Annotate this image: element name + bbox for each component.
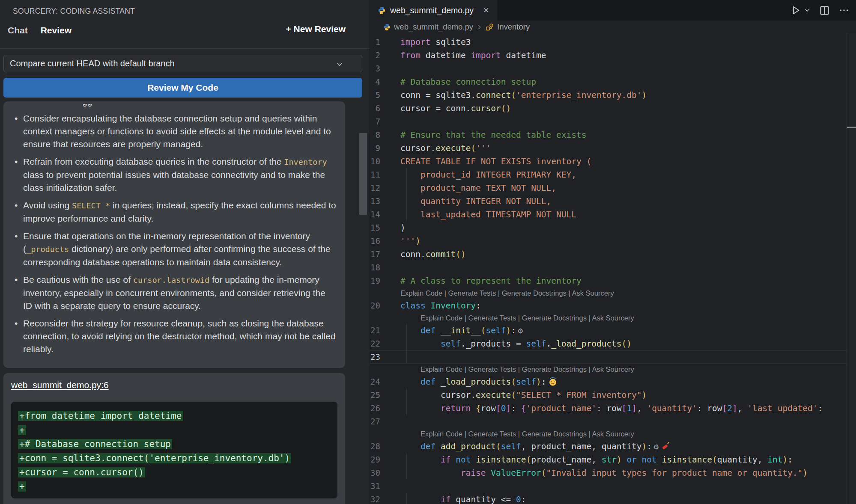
line-number: 1 xyxy=(369,36,400,49)
line-number: 7 xyxy=(369,115,400,128)
line-number: 21 xyxy=(369,324,400,337)
diff-added-line: +# Database connection setup xyxy=(18,437,331,451)
indent-guide xyxy=(406,337,407,350)
review-bullet: Reconsider the strategy for resource cle… xyxy=(14,317,337,356)
breadcrumb: web_summit_demo.py Inventory xyxy=(369,21,856,33)
code-line[interactable]: 29 if not isinstance(product_name, str) … xyxy=(369,453,847,466)
split-editor-icon[interactable] xyxy=(820,6,829,15)
tab-web-summit-demo[interactable]: web_summit_demo.py ✕ xyxy=(369,0,498,21)
line-number: 6 xyxy=(369,102,400,115)
code-line[interactable]: 17conn.commit() xyxy=(369,248,847,261)
more-actions-icon[interactable] xyxy=(839,5,849,15)
diff-added-line: + xyxy=(18,480,331,494)
gear-icon: ⚙ xyxy=(517,327,523,335)
line-number: 10 xyxy=(369,155,400,168)
code-line[interactable]: 9cursor.execute(''' xyxy=(369,142,847,155)
code-line[interactable]: 12 product_name TEXT NOT NULL, xyxy=(369,181,847,195)
line-number: 30 xyxy=(369,466,400,480)
code-line[interactable]: 16''') xyxy=(369,234,847,248)
diff-added-line: +from datetime import datetime xyxy=(18,409,331,423)
editor-scrollbar[interactable] xyxy=(847,33,856,504)
line-number: 20 xyxy=(369,299,400,312)
line-number: 2 xyxy=(369,49,400,62)
code-line[interactable]: 2from datetime import datetime xyxy=(369,49,847,62)
code-lines[interactable]: 1import sqlite32from datetime import dat… xyxy=(369,33,847,504)
codelens-actions[interactable]: Explain Code | Generate Tests | Generate… xyxy=(421,312,847,324)
close-icon[interactable]: ✕ xyxy=(483,6,489,15)
sidebar-scrollbar[interactable] xyxy=(359,133,367,215)
compare-branch-dropdown[interactable]: Compare current HEAD with default branch xyxy=(3,55,362,72)
file-line-link[interactable]: web_summit_demo.py:6 xyxy=(11,380,109,390)
code-line[interactable]: 14 last_updated TIMESTAMP NOT NULL xyxy=(369,208,847,221)
code-line[interactable]: 21 def __init__(self):⚙ xyxy=(369,324,847,337)
code-line[interactable]: 19# A class to represent the inventory xyxy=(369,274,847,288)
tab-review[interactable]: Review xyxy=(41,25,72,36)
tab-chat[interactable]: Chat xyxy=(8,25,28,36)
code-line[interactable]: 11 product_id INTEGER PRIMARY KEY, xyxy=(369,168,847,181)
breadcrumb-file[interactable]: web_summit_demo.py xyxy=(394,22,473,32)
tab-label: web_summit_demo.py xyxy=(390,6,474,15)
code-line[interactable]: 8# Ensure that the needed table exists xyxy=(369,128,847,142)
code-line[interactable]: 3 xyxy=(369,62,847,75)
code-line[interactable]: 30 raise ValueError("Invalid input types… xyxy=(369,466,847,480)
code-line[interactable]: 1import sqlite3 xyxy=(369,36,847,49)
run-icon[interactable] xyxy=(790,5,801,15)
codelens-actions[interactable]: Explain Code | Generate Tests | Generate… xyxy=(421,428,847,440)
code-line[interactable]: 24 def _load_products(self): xyxy=(369,375,847,388)
editor-tab-bar: web_summit_demo.py ✕ xyxy=(369,0,856,21)
line-number: 3 xyxy=(369,62,400,75)
line-number: 14 xyxy=(369,208,400,221)
diff-added-line: +cursor = conn.cursor() xyxy=(18,465,331,480)
code-line[interactable]: 22 self._products = self._load_products(… xyxy=(369,337,847,350)
chevron-down-icon xyxy=(336,61,343,68)
inline-code: _products xyxy=(26,245,69,254)
new-review-button[interactable]: + New Review xyxy=(286,24,346,34)
code-line[interactable]: 15) xyxy=(369,221,847,234)
code-line[interactable]: 13 quantity INTEGER NOT NULL, xyxy=(369,195,847,208)
sidebar-divider xyxy=(0,48,369,49)
line-number: 9 xyxy=(369,142,400,155)
indent-guide xyxy=(406,402,407,415)
code-line[interactable]: 4# Database connection setup xyxy=(369,75,847,89)
review-bullet: Consider encapsulating the database conn… xyxy=(14,112,337,151)
codelens-actions[interactable]: Explain Code | Generate Tests | Generate… xyxy=(400,288,847,299)
diff-added-line: + xyxy=(18,423,331,437)
diff-card: web_summit_demo.py:6 +from datetime impo… xyxy=(3,373,345,504)
line-number: 15 xyxy=(369,221,400,234)
line-number: 27 xyxy=(369,415,400,428)
code-line[interactable]: 20class Inventory: xyxy=(369,299,847,312)
line-number: 31 xyxy=(369,480,400,493)
run-dropdown-chevron-icon[interactable] xyxy=(804,7,810,13)
code-line[interactable]: 5conn = sqlite3.connect('enterprise_inve… xyxy=(369,89,847,102)
breadcrumb-symbol[interactable]: Inventory xyxy=(497,22,530,32)
inline-code: cursor.lastrowid xyxy=(133,276,209,285)
line-number: 16 xyxy=(369,234,400,248)
inline-code: SELECT * xyxy=(72,201,110,210)
gear-icon: ⚙ xyxy=(653,443,659,451)
review-my-code-button[interactable]: Review My Code xyxy=(3,78,362,98)
code-line[interactable]: 23 xyxy=(369,350,847,364)
diff-added-line: +conn = sqlite3.connect('enterprise_inve… xyxy=(18,451,331,465)
code-line[interactable]: 6cursor = conn.cursor() xyxy=(369,102,847,115)
indent-guide xyxy=(406,453,407,466)
line-number: 22 xyxy=(369,337,400,350)
sourcery-sidebar: SOURCERY: CODING ASSISTANT Chat Review +… xyxy=(0,0,369,504)
indent-guide xyxy=(406,388,407,402)
code-line[interactable]: 32 if quantity <= 0: xyxy=(369,493,847,504)
code-line[interactable]: 28 def add_product(self, product_name, q… xyxy=(369,440,847,453)
codelens-actions[interactable]: Explain Code | Generate Tests | Generate… xyxy=(421,364,847,375)
indent-guide xyxy=(406,181,407,195)
line-number: 12 xyxy=(369,181,400,195)
code-line[interactable]: 26 return {row[0]: {'product_name': row[… xyxy=(369,402,847,415)
code-line[interactable]: 31 xyxy=(369,480,847,493)
code-line[interactable]: 10CREATE TABLE IF NOT EXISTS inventory ( xyxy=(369,155,847,168)
code-line[interactable]: 27 xyxy=(369,415,847,428)
halo-face-emoji xyxy=(549,377,557,386)
code-line[interactable]: 7 xyxy=(369,115,847,128)
line-number: 4 xyxy=(369,75,400,89)
code-line[interactable]: 25 cursor.execute("SELECT * FROM invento… xyxy=(369,388,847,402)
review-summary-card: gg Consider encapsulating the database c… xyxy=(3,101,345,368)
indent-guide xyxy=(406,493,407,504)
code-line[interactable]: 18 xyxy=(369,261,847,274)
indent-guide xyxy=(406,350,407,364)
